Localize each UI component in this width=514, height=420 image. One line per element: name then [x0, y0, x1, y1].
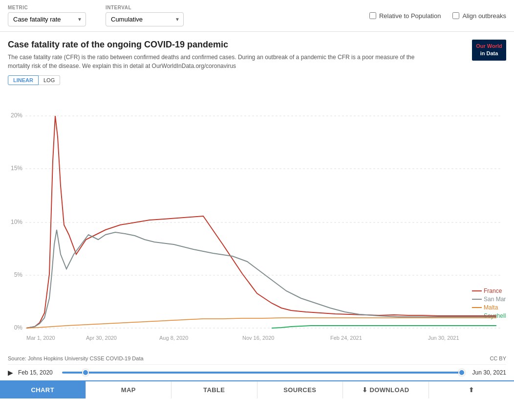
scale-log-button[interactable]: LOG	[39, 75, 60, 85]
svg-text:Jun 30, 2021: Jun 30, 2021	[428, 335, 459, 341]
checkbox-group: Relative to Population Align outbreaks	[369, 12, 506, 20]
svg-text:Aug 8, 2020: Aug 8, 2020	[159, 335, 188, 341]
play-button[interactable]: ▶	[8, 369, 13, 376]
slider-track	[62, 372, 462, 374]
relative-to-population-input[interactable]	[369, 12, 376, 19]
tab-share-icon: ⬆	[469, 386, 474, 394]
svg-text:Feb 24, 2021: Feb 24, 2021	[330, 335, 362, 341]
owid-logo-line1: Our World	[476, 43, 502, 49]
tab-table[interactable]: TABLE	[171, 381, 257, 398]
svg-text:Apr 30, 2020: Apr 30, 2020	[86, 335, 117, 341]
metric-select[interactable]: Case fatality rate	[8, 12, 86, 26]
align-outbreaks-label: Align outbreaks	[462, 12, 506, 20]
chart-container: Case fatality rate of the ongoing COVID-…	[0, 32, 514, 362]
timeline-bar: ▶ Feb 15, 2020 Jun 30, 2021	[8, 364, 506, 380]
owid-logo-line2: in Data	[480, 50, 498, 56]
chart-svg-wrapper: 20% 15% 10% 5% 0% Mar 1, 2020 Apr 30, 20…	[8, 88, 506, 354]
bottom-tabs: CHART MAP TABLE SOURCES ⬇ DOWNLOAD ⬆	[0, 380, 514, 398]
slider-handle-end[interactable]	[458, 369, 465, 376]
interval-select[interactable]: Cumulative	[106, 12, 184, 26]
metric-select-wrapper[interactable]: Case fatality rate ▼	[8, 12, 86, 26]
tab-download[interactable]: ⬇ DOWNLOAD	[343, 381, 429, 398]
svg-text:0%: 0%	[14, 324, 23, 331]
tab-download-label: ⬇ DOWNLOAD	[362, 386, 409, 394]
svg-text:5%: 5%	[14, 271, 23, 278]
timeline-start-label: Feb 15, 2020	[18, 369, 57, 376]
slider-handle-start[interactable]	[82, 369, 89, 376]
align-outbreaks-input[interactable]	[452, 12, 459, 19]
tab-sources-label: SOURCES	[283, 386, 316, 394]
align-outbreaks-checkbox[interactable]: Align outbreaks	[452, 12, 506, 20]
svg-text:France: France	[484, 287, 502, 294]
svg-text:20%: 20%	[11, 112, 22, 119]
tab-map-label: MAP	[121, 386, 136, 394]
relative-to-population-label: Relative to Population	[379, 12, 441, 20]
chart-title-block: Case fatality rate of the ongoing COVID-…	[8, 40, 438, 70]
scale-linear-button[interactable]: LINEAR	[8, 75, 39, 85]
source-text: Source: Johns Hopkins University CSSE CO…	[8, 355, 144, 361]
tab-sources[interactable]: SOURCES	[257, 381, 343, 398]
timeline-end-label: Jun 30, 2021	[467, 369, 506, 376]
timeline-section: ▶ Feb 15, 2020 Jun 30, 2021	[0, 362, 514, 380]
chart-footer: Source: Johns Hopkins University CSSE CO…	[8, 354, 506, 362]
scale-buttons: LINEAR LOG	[8, 75, 506, 85]
tab-chart[interactable]: CHART	[0, 381, 86, 398]
svg-text:Nov 16, 2020: Nov 16, 2020	[242, 335, 274, 341]
svg-text:Mar 1, 2020: Mar 1, 2020	[26, 335, 55, 341]
owid-logo: Our World in Data	[472, 40, 506, 61]
metric-control: METRIC Case fatality rate ▼	[8, 5, 86, 26]
svg-text:Malta: Malta	[484, 304, 498, 311]
chart-subtitle: The case fatality rate (CFR) is the rati…	[8, 53, 438, 70]
timeline-slider[interactable]	[62, 368, 462, 377]
interval-label: INTERVAL	[106, 5, 184, 10]
metric-label: METRIC	[8, 5, 86, 10]
svg-text:10%: 10%	[11, 219, 22, 225]
license-text: CC BY	[490, 355, 506, 361]
svg-text:San Marino: San Marino	[484, 296, 506, 303]
interval-control: INTERVAL Cumulative ▼	[106, 5, 184, 26]
tab-table-label: TABLE	[203, 386, 225, 394]
chart-svg: 20% 15% 10% 5% 0% Mar 1, 2020 Apr 30, 20…	[8, 88, 506, 352]
tab-share[interactable]: ⬆	[429, 381, 514, 398]
controls-bar: METRIC Case fatality rate ▼ INTERVAL Cum…	[0, 0, 514, 32]
relative-to-population-checkbox[interactable]: Relative to Population	[369, 12, 441, 20]
tab-map[interactable]: MAP	[86, 381, 172, 398]
svg-text:15%: 15%	[11, 165, 22, 172]
interval-select-wrapper[interactable]: Cumulative ▼	[106, 12, 184, 26]
chart-title: Case fatality rate of the ongoing COVID-…	[8, 40, 438, 50]
chart-header: Case fatality rate of the ongoing COVID-…	[8, 40, 506, 70]
tab-chart-label: CHART	[31, 386, 54, 394]
